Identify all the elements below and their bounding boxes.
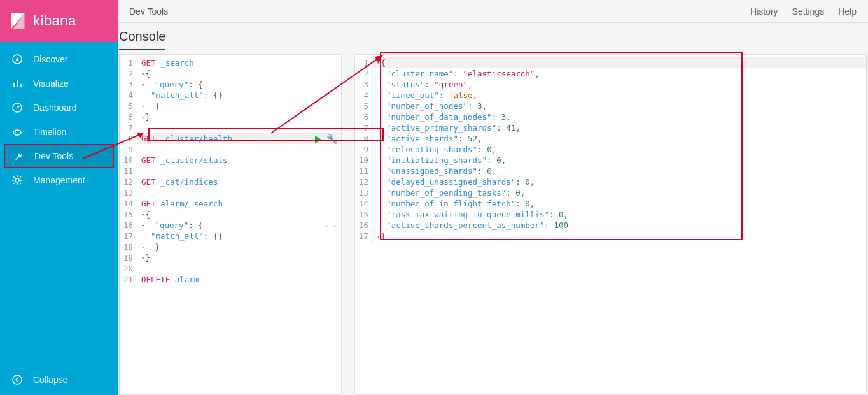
- gear-icon: [11, 175, 23, 186]
- sidebar-item-label: Discover: [33, 54, 67, 64]
- sidebar: kibana DiscoverVisualizeDashboardTimelio…: [0, 0, 118, 395]
- svg-point-10: [15, 178, 19, 182]
- sidebar-item-timelion[interactable]: Timelion: [0, 120, 118, 144]
- console-panes: 123456789101112131415161718192021 GET _s…: [118, 50, 868, 395]
- collapse-toggle[interactable]: Collapse: [0, 364, 118, 395]
- sidebar-item-label: Timelion: [33, 127, 66, 137]
- topbar-link-settings[interactable]: Settings: [792, 6, 825, 17]
- run-request-icon[interactable]: [315, 136, 321, 143]
- console-tabs: Console: [118, 23, 868, 50]
- response-gutter: 1234567891011121314151617: [355, 55, 373, 244]
- kibana-logo-icon: [9, 12, 27, 30]
- collapse-label: Collapse: [33, 375, 67, 385]
- svg-line-15: [13, 176, 15, 178]
- sidebar-nav: DiscoverVisualizeDashboardTimelionDev To…: [0, 42, 118, 364]
- response-code[interactable]: ▾{ "cluster_name": "elasticsearch", "sta…: [373, 55, 866, 244]
- svg-point-9: [15, 131, 16, 133]
- sidebar-item-discover[interactable]: Discover: [0, 47, 118, 71]
- request-editor[interactable]: 123456789101112131415161718192021 GET _s…: [119, 54, 342, 395]
- sidebar-item-label: Visualize: [33, 78, 69, 89]
- console-tab[interactable]: Console: [119, 27, 165, 50]
- sidebar-item-label: Management: [33, 175, 85, 185]
- sidebar-item-label: Dev Tools: [34, 151, 73, 161]
- compass-icon: [11, 54, 23, 65]
- topbar-links: HistorySettingsHelp: [750, 6, 857, 17]
- svg-line-17: [13, 183, 15, 184]
- request-gutter: 123456789101112131415161718192021: [120, 55, 137, 287]
- sidebar-item-label: Dashboard: [33, 103, 77, 113]
- topbar-title: Dev Tools: [129, 6, 750, 17]
- collapse-icon: [11, 374, 23, 385]
- svg-line-7: [17, 106, 20, 108]
- svg-point-8: [13, 130, 21, 135]
- svg-line-18: [20, 176, 21, 178]
- topbar-link-help[interactable]: Help: [838, 6, 857, 17]
- topbar-link-history[interactable]: History: [750, 6, 778, 17]
- brand-name: kibana: [33, 13, 76, 29]
- brand-logo[interactable]: kibana: [0, 0, 118, 42]
- svg-point-19: [13, 375, 22, 384]
- request-code[interactable]: GET _search▾{▾ "query": { "match_all": {…: [137, 55, 341, 287]
- sidebar-item-management[interactable]: Management: [0, 168, 118, 192]
- main-area: Dev Tools HistorySettingsHelp Console 12…: [118, 0, 868, 395]
- svg-rect-5: [20, 84, 22, 87]
- sidebar-item-dev-tools[interactable]: Dev Tools: [4, 144, 114, 168]
- wrench-icon: [13, 150, 24, 162]
- svg-line-16: [20, 183, 21, 184]
- pane-resize-handle[interactable]: ⋮⋮: [323, 219, 339, 230]
- topbar: Dev Tools HistorySettingsHelp: [118, 0, 868, 23]
- gauge-icon: [11, 102, 23, 113]
- barchart-icon: [11, 78, 23, 89]
- request-options-icon[interactable]: 🔧: [326, 134, 337, 145]
- piggy-icon: [11, 126, 23, 138]
- svg-rect-3: [13, 83, 15, 87]
- svg-rect-4: [17, 80, 18, 87]
- sidebar-item-dashboard[interactable]: Dashboard: [0, 96, 118, 120]
- sidebar-item-visualize[interactable]: Visualize: [0, 71, 118, 96]
- response-viewer: 1234567891011121314151617 ▾{ "cluster_na…: [354, 54, 867, 395]
